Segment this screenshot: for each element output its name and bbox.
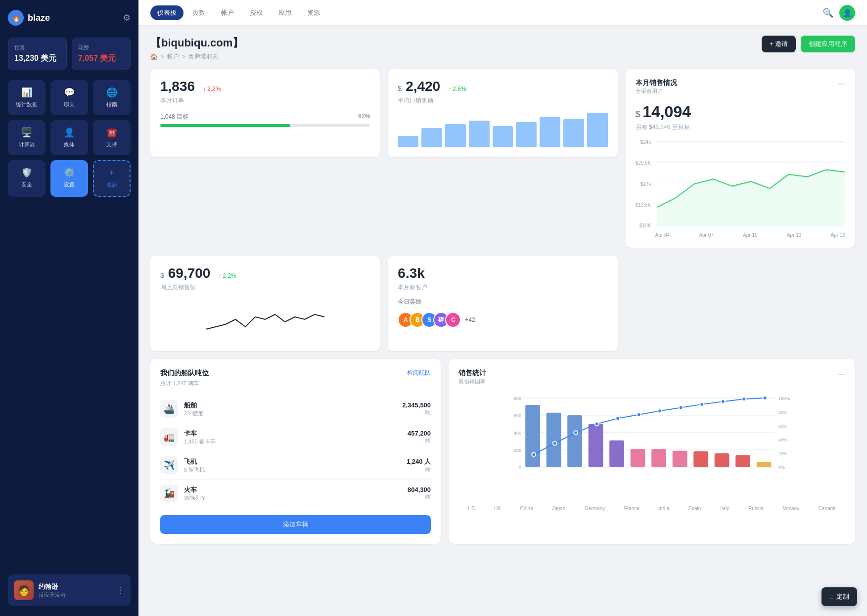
sales-stats-title-area: 销售统计 最畅销国家: [458, 369, 486, 391]
orders-bar-section: 1,048 目标 62%: [160, 113, 370, 127]
customize-button[interactable]: ≡ 定制: [821, 587, 857, 606]
customize-icon: ≡: [829, 593, 833, 601]
user-menu-icon[interactable]: ⋮: [117, 586, 125, 595]
new-customers-value: 6.3k: [398, 265, 425, 281]
monthly-sales-sub: 全渠道用户: [636, 88, 677, 95]
sidebar-item-settings[interactable]: ⚙️ 设置: [50, 160, 88, 197]
hero-avatar: C: [445, 312, 461, 328]
svg-text:0: 0: [519, 465, 521, 470]
invite-button[interactable]: + 邀请: [762, 36, 796, 52]
sales-stats-more[interactable]: ···: [838, 369, 845, 379]
country-label: France: [624, 506, 639, 511]
fleet-item-sub: 36辆列车: [184, 494, 402, 502]
breadcrumb-accounts: 帐户: [167, 52, 179, 61]
logo-text: blaze: [28, 13, 50, 23]
tab-auth[interactable]: 授权: [243, 5, 270, 20]
svg-rect-22: [525, 405, 540, 467]
country-label: Canada: [819, 506, 836, 511]
wave-chart: [160, 300, 370, 341]
svg-rect-32: [735, 455, 750, 468]
svg-text:800: 800: [514, 396, 521, 401]
svg-rect-26: [609, 440, 624, 467]
country-label: India: [658, 506, 669, 511]
svg-rect-31: [715, 453, 730, 467]
tab-dashboard[interactable]: 仪表板: [150, 5, 183, 20]
svg-point-37: [595, 422, 599, 426]
daily-sales-arrow: ↑: [448, 86, 451, 92]
svg-rect-30: [693, 451, 708, 467]
fleet-link[interactable]: 检阅舰队: [407, 369, 431, 377]
sidebar-item-chat[interactable]: 💬 聊天: [50, 80, 88, 115]
svg-text:40%: 40%: [778, 438, 787, 442]
svg-text:20%: 20%: [778, 451, 787, 456]
fleet-item-value: 804,300 吨: [408, 486, 431, 501]
fleet-item: 🚂 火车 36辆列车 804,300 吨: [160, 480, 431, 507]
fleet-add-button[interactable]: 添加车辆: [160, 515, 431, 534]
budget-label: 预算: [14, 44, 60, 51]
monthly-sales-target: 另有 $48,346 至目标: [636, 123, 845, 132]
svg-rect-28: [651, 449, 666, 467]
sidebar-item-guide[interactable]: 🌐 指南: [93, 80, 131, 115]
hero-label: 今日英雄: [398, 298, 607, 306]
fleet-item-unit: 吨: [408, 437, 431, 444]
fleet-item-value: 2,345,500 吨: [402, 401, 431, 416]
sidebar-item-calculator[interactable]: 🖥️ 计算器: [8, 120, 46, 155]
fleet-item: 🚢 船舶 234艘船 2,345,500 吨: [160, 395, 431, 423]
create-app-button[interactable]: 创建应用程序: [801, 36, 855, 52]
chart-country-labels: USUKChinaJapanGermanyFranceIndiaSpainIta…: [458, 506, 845, 511]
total-sales-label: 网上总销售额: [160, 283, 370, 292]
mini-bar: [540, 117, 560, 147]
user-icon-btn[interactable]: 👤: [839, 5, 855, 21]
svg-point-41: [679, 405, 683, 409]
new-customers-label: 本月新客户: [398, 283, 607, 292]
svg-point-38: [616, 416, 620, 420]
svg-point-45: [763, 396, 767, 400]
svg-marker-5: [657, 170, 845, 226]
monthly-sales-card: 本月销售情况 全渠道用户 ··· $ 14,094 另有 $48,346 至目标…: [626, 69, 855, 248]
media-icon: 👤: [64, 127, 75, 138]
mini-bar: [516, 122, 537, 147]
tab-pages[interactable]: 页数: [185, 5, 212, 20]
second-row: $ 69,700 ↑2.2% 网上总销售额 6.3k: [150, 256, 855, 351]
fleet-item-info: 飞机 8 架飞机: [184, 457, 401, 474]
sidebar-item-support[interactable]: ☎️ 支持: [93, 120, 131, 155]
expense-card: 花费 7,057 美元: [72, 38, 131, 70]
svg-rect-24: [567, 415, 582, 467]
monthly-sales-more[interactable]: ···: [838, 79, 845, 89]
tab-apps[interactable]: 应用: [272, 5, 298, 20]
user-name: 约翰逊: [39, 582, 112, 591]
expense-label: 花费: [78, 44, 124, 51]
breadcrumb: 🏠 > 帐户 > 奥弗维耶夫: [150, 52, 243, 61]
total-sales-value: 69,700: [168, 265, 211, 281]
search-icon[interactable]: 🔍: [822, 7, 833, 18]
tab-resources[interactable]: 资源: [300, 5, 327, 20]
fleet-item: ✈️ 飞机 8 架飞机 1,240 人 吨: [160, 451, 431, 480]
tab-accounts[interactable]: 帐户: [214, 5, 241, 20]
orders-label: 本月订单: [160, 96, 370, 105]
monthly-sales-chart: $24k$20.5K$17k$13.5K$10K: [636, 139, 845, 238]
orders-value: 1,836: [160, 79, 195, 94]
mini-bar: [421, 128, 442, 147]
orders-change-arrow: ↓: [203, 86, 206, 92]
sales-stats-card: 销售统计 最畅销国家 ··· 8006004002000100%80%60%40…: [449, 359, 855, 544]
sidebar-settings-icon[interactable]: ⚙: [123, 12, 131, 23]
page-actions: + 邀请 创建应用程序: [762, 36, 855, 52]
sidebar-item-add[interactable]: + 添新: [93, 160, 131, 197]
sidebar-item-security[interactable]: 🛡️ 安全: [8, 160, 46, 197]
fleet-item-unit: 吨: [408, 493, 431, 501]
svg-point-39: [637, 413, 641, 417]
sales-stats-title: 销售统计: [458, 369, 486, 378]
svg-point-43: [721, 399, 725, 403]
stats-icon: 📊: [21, 87, 32, 98]
main-content: 仪表板页数帐户授权应用资源 🔍 👤 【biqubiqu.com】 🏠 > 帐户 …: [138, 0, 867, 616]
total-sales-change: ↑2.2%: [218, 272, 236, 279]
country-label: Germany: [585, 506, 605, 511]
sidebar-item-media[interactable]: 👤 媒体: [50, 120, 88, 155]
country-label: Spain: [688, 506, 701, 511]
fleet-item-value: 457,200 吨: [408, 430, 431, 444]
user-avatar: 🧑: [14, 580, 34, 600]
sidebar-item-stats[interactable]: 📊 统计数据: [8, 80, 46, 115]
fleet-item-sub: 8 架飞机: [184, 466, 401, 474]
security-icon: 🛡️: [21, 167, 32, 178]
svg-point-35: [553, 441, 557, 445]
